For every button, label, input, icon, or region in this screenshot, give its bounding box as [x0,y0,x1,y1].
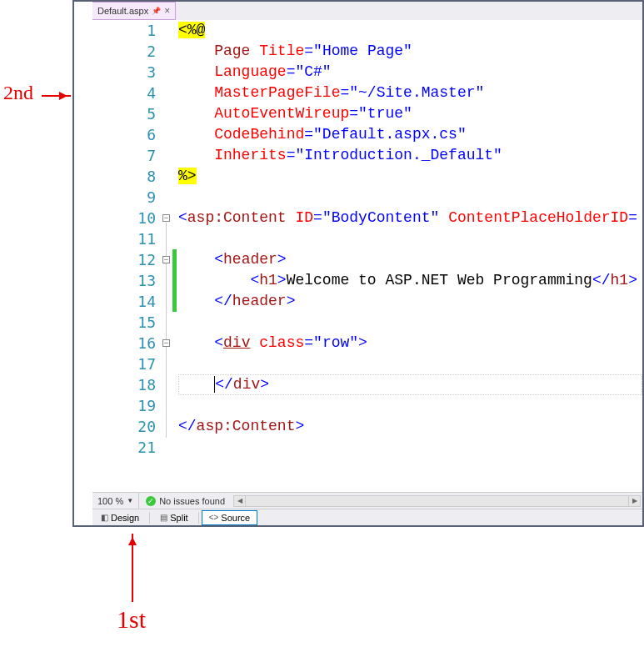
annotation-1st: 1st [117,605,146,634]
design-icon: ◧ [101,513,108,522]
code-line: CodeBehind="Default.aspx.cs" [178,124,642,145]
outline-guide [166,348,167,387]
zoom-selector[interactable]: 100 % ▼ [92,493,139,509]
line-number: 21 [97,437,156,458]
line-number-gutter: 123456789101112131415161718192021 [92,20,161,492]
code-editor[interactable]: 123456789101112131415161718192021 − − − … [92,20,642,492]
document-tab-bar: Default.aspx 📌 × [92,2,642,20]
outline-toggle[interactable]: − [162,256,170,263]
outline-bar: − − − [161,20,172,492]
view-mode-bar: ◧Design ▤Split <>Source [92,509,642,525]
code-line: <%@ [178,20,642,41]
code-text[interactable]: <%@ Page Title="Home Page" Language="C#"… [178,20,642,492]
ide-frame: Server Explorer Toolbox Default.aspx 📌 ×… [72,0,644,527]
line-number: 18 [97,374,156,395]
line-number: 1 [97,20,156,41]
issues-indicator[interactable]: ✓ No issues found [139,496,232,506]
code-line: </header> [178,291,642,312]
line-number: 2 [97,41,156,62]
design-view-button[interactable]: ◧Design [93,510,147,525]
document-tab-title: Default.aspx [97,6,148,16]
line-number: 9 [97,187,156,208]
source-view-button[interactable]: <>Source [202,510,258,525]
line-number: 10 [97,208,156,228]
line-number: 7 [97,145,156,166]
line-number: 5 [97,103,156,124]
code-line: Inherits="Introduction._Default" [178,145,642,166]
code-line: </asp:Content> [178,416,642,437]
scroll-left-button[interactable]: ◀ [234,496,246,506]
annotation-2nd: 2nd [3,82,33,104]
zoom-value: 100 % [97,496,123,506]
line-number: 8 [97,166,156,187]
line-number: 13 [97,270,156,291]
code-line: <header> [178,249,642,270]
scroll-right-button[interactable]: ▶ [628,496,640,506]
code-line: </div> [178,374,642,395]
line-number: 20 [97,416,156,437]
separator [198,512,199,524]
code-line: <asp:Content ID="BodyContent" ContentPla… [178,208,642,228]
line-number: 6 [97,124,156,145]
annotation-arrow-2nd [42,95,71,97]
source-icon: <> [209,513,219,522]
split-icon: ▤ [160,513,167,522]
line-number: 12 [97,249,156,270]
line-number: 17 [97,354,156,374]
code-line: Page Title="Home Page" [178,41,642,62]
line-number: 15 [97,312,156,333]
outline-guide [166,264,167,303]
code-line: <h1>Welcome to ASP.NET Web Programming</… [178,270,642,291]
pin-icon[interactable]: 📌 [152,7,161,15]
outline-toggle[interactable]: − [162,214,170,222]
editor-status-bar: 100 % ▼ ✓ No issues found ◀ ▶ [92,492,642,509]
annotation-arrow-1st [132,534,133,602]
document-tab-default-aspx[interactable]: Default.aspx 📌 × [92,2,176,20]
close-icon[interactable]: × [164,5,170,17]
line-number: 14 [97,291,156,312]
line-number: 3 [97,62,156,83]
horizontal-scrollbar[interactable]: ◀ ▶ [233,495,641,507]
code-line: AutoEventWireup="true" [178,103,642,124]
code-line: MasterPageFile="~/Site.Master" [178,83,642,103]
change-indicator [172,249,177,312]
code-line: %> [178,166,642,187]
chevron-down-icon: ▼ [127,497,133,504]
line-number: 16 [97,333,156,354]
check-icon: ✓ [146,496,156,506]
line-number: 4 [97,83,156,103]
line-number: 19 [97,395,156,416]
outline-toggle[interactable]: − [162,339,170,347]
code-line: Language="C#" [178,62,642,83]
code-line: <div class="row"> [178,333,642,354]
separator [149,512,150,524]
issues-text: No issues found [159,496,225,506]
split-view-button[interactable]: ▤Split [152,510,195,525]
line-number: 11 [97,228,156,249]
